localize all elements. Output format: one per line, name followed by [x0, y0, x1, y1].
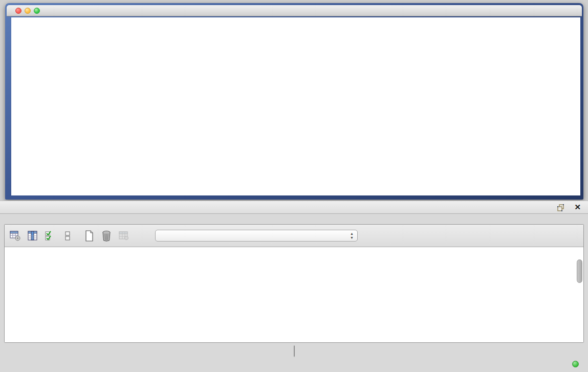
- checklist-icon[interactable]: [43, 229, 57, 243]
- table-selector-dropdown[interactable]: ▲▼: [155, 230, 358, 242]
- close-panel-icon[interactable]: ✕: [574, 203, 581, 212]
- table-toolbox: ▲▼: [4, 224, 584, 343]
- minimize-window-button[interactable]: [25, 8, 31, 14]
- table-panel-titlebar[interactable]: ✕: [0, 201, 588, 214]
- delete-column-icon[interactable]: [100, 229, 113, 243]
- row-height-icon[interactable]: [61, 229, 74, 243]
- float-panel-icon[interactable]: [557, 204, 565, 212]
- close-window-button[interactable]: [15, 8, 21, 14]
- table-panel: ✕: [0, 201, 588, 372]
- cytoscape-app: ✕: [0, 0, 588, 372]
- new-column-icon[interactable]: [82, 229, 96, 243]
- function-builder-icon[interactable]: [135, 229, 148, 243]
- status-bar: [0, 358, 588, 372]
- zoom-window-button[interactable]: [34, 8, 40, 14]
- table-tabbar: [0, 345, 588, 358]
- table-scrollbar[interactable]: [577, 259, 582, 341]
- table-toolbar: ▲▼: [5, 225, 583, 247]
- select-columns-icon[interactable]: [26, 229, 39, 243]
- import-table-icon[interactable]: [117, 229, 130, 243]
- table-scrollbar-thumb[interactable]: [577, 259, 582, 283]
- table-options-icon[interactable]: [9, 229, 22, 243]
- network-window-titlebar[interactable]: [7, 5, 582, 16]
- network-canvas[interactable]: [11, 17, 580, 195]
- memory-ok-icon: [572, 361, 579, 367]
- dropdown-stepper-icon: ▲▼: [350, 232, 354, 240]
- node-table-wrap: [5, 247, 583, 342]
- network-window: [5, 3, 583, 200]
